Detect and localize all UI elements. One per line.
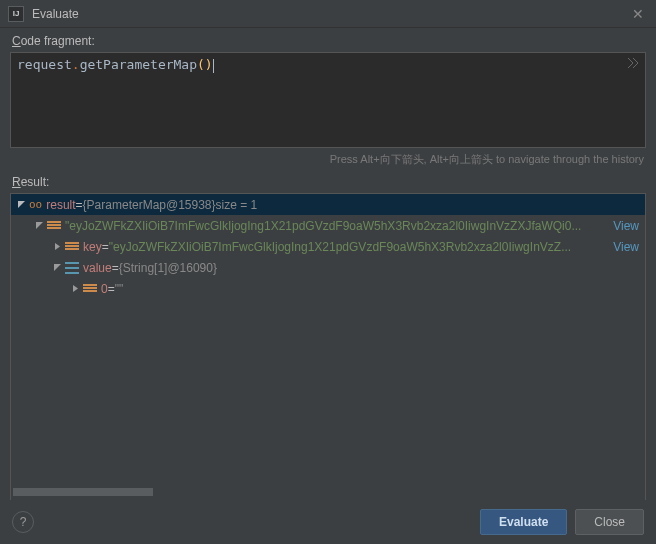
result-label: Result: xyxy=(0,169,656,193)
expand-arrow-icon[interactable] xyxy=(15,199,27,211)
watches-icon: oo xyxy=(29,198,42,211)
code-fragment-label: Code fragment: xyxy=(0,28,656,52)
dialog-footer: ? Evaluate Close xyxy=(0,500,656,544)
tree-row-result[interactable]: oo result = {ParameterMap@15938} size = … xyxy=(11,194,645,215)
evaluate-button[interactable]: Evaluate xyxy=(480,509,567,535)
help-button[interactable]: ? xyxy=(12,511,34,533)
titlebar: IJ Evaluate ✕ xyxy=(0,0,656,28)
tree-row-entry[interactable]: "eyJoZWFkZXIiOiB7ImFwcGlkIjogIng1X21pdGV… xyxy=(11,215,645,236)
result-tree[interactable]: oo result = {ParameterMap@15938} size = … xyxy=(11,194,645,299)
var-name: value xyxy=(83,261,112,275)
field-icon xyxy=(65,242,79,252)
tree-row-key[interactable]: key = "eyJoZWFkZXIiOiB7ImFwcGlkIjogIng1X… xyxy=(11,236,645,257)
horizontal-scrollbar[interactable] xyxy=(13,488,643,498)
var-name: result xyxy=(46,198,75,212)
view-link[interactable]: View xyxy=(607,240,639,254)
tree-row-element[interactable]: 0 = "" xyxy=(11,278,645,299)
view-link[interactable]: View xyxy=(607,219,639,233)
map-entry-icon xyxy=(47,221,61,231)
code-line: request.getParameterMap() xyxy=(17,57,639,73)
code-fragment-input[interactable]: request.getParameterMap() xyxy=(10,52,646,148)
close-button[interactable]: Close xyxy=(575,509,644,535)
collapse-arrow-icon[interactable] xyxy=(51,241,63,253)
expand-arrow-icon[interactable] xyxy=(33,220,45,232)
scroll-thumb[interactable] xyxy=(13,488,153,496)
field-icon xyxy=(83,284,97,294)
array-icon xyxy=(65,262,79,274)
history-icon[interactable] xyxy=(627,57,641,71)
window-title: Evaluate xyxy=(32,7,628,21)
expand-arrow-icon[interactable] xyxy=(51,262,63,274)
hint-text: Press Alt+向下箭头, Alt+向上箭头 to navigate thr… xyxy=(0,148,656,169)
entry-text: "eyJoZWFkZXIiOiB7ImFwcGlkIjogIng1X21pdGV… xyxy=(65,219,581,233)
var-name: 0 xyxy=(101,282,108,296)
app-icon: IJ xyxy=(8,6,24,22)
tree-row-value[interactable]: value = {String[1]@16090} xyxy=(11,257,645,278)
close-icon[interactable]: ✕ xyxy=(628,4,648,24)
var-name: key xyxy=(83,240,102,254)
collapse-arrow-icon[interactable] xyxy=(69,283,81,295)
result-panel: oo result = {ParameterMap@15938} size = … xyxy=(10,193,646,501)
